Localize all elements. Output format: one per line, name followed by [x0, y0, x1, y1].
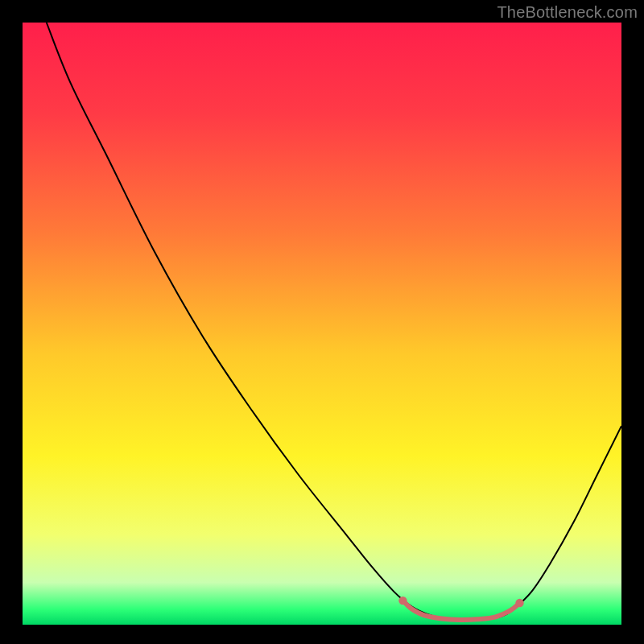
- optimal-band-dot: [515, 599, 523, 607]
- chart-container: TheBottleneck.com: [0, 0, 644, 644]
- optimal-band-dot: [398, 597, 407, 605]
- plot-background: [23, 23, 621, 625]
- chart-svg: [0, 0, 644, 644]
- watermark-text: TheBottleneck.com: [497, 3, 638, 22]
